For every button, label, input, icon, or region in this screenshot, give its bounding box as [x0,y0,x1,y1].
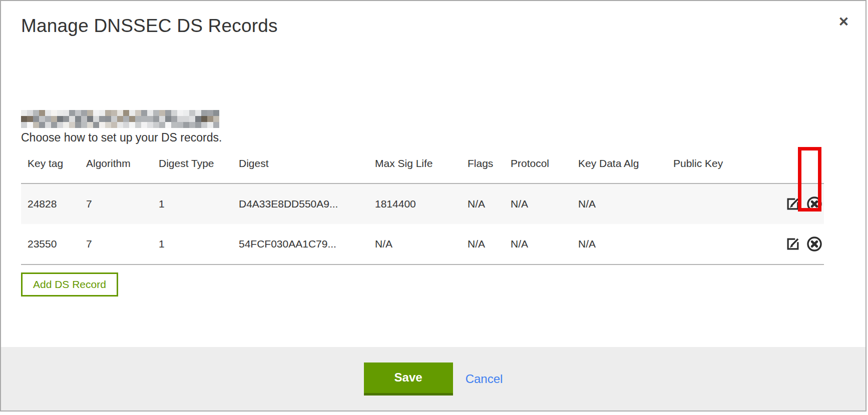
column-header: Protocol [511,144,578,184]
table-row: 23550 7 1 54FCF030AA1C79... N/A N/A N/A … [21,224,824,264]
cell-key-data-alg: N/A [578,184,673,224]
column-header: Max Sig Life [375,144,468,184]
cell-public-key [673,224,776,264]
row-actions [776,224,824,264]
setup-instruction-text: Choose how to set up your DS records. [21,131,845,144]
column-header-actions [776,144,824,184]
dnssec-modal: Manage DNSSEC DS Records × Choose how to… [0,0,866,412]
cell-algorithm: 7 [86,184,159,224]
cell-protocol: N/A [511,224,578,264]
column-header: Flags [468,144,511,184]
column-header: Digest Type [159,144,239,184]
table-row: 24828 7 1 D4A33E8DD550A9... 1814400 N/A … [21,184,824,224]
cell-digest-type: 1 [159,184,239,224]
modal-body: Manage DNSSEC DS Records × Choose how to… [1,1,865,348]
cell-flags: N/A [468,224,511,264]
ds-records-table: Key tagAlgorithmDigest TypeDigestMax Sig… [21,144,824,265]
save-button[interactable]: Save [364,362,453,396]
domain-name-redacted [21,110,219,128]
edit-icon[interactable] [785,196,801,212]
cell-key-tag: 23550 [21,224,86,264]
modal-footer: Save Cancel [1,347,865,410]
cell-algorithm: 7 [86,224,159,264]
page-title: Manage DNSSEC DS Records [21,15,845,37]
cell-digest: D4A33E8DD550A9... [239,184,375,224]
column-header: Digest [239,144,375,184]
cell-key-tag: 24828 [21,184,86,224]
close-icon[interactable]: × [839,13,848,30]
cancel-link[interactable]: Cancel [466,372,503,386]
column-header: Key tag [21,144,86,184]
cell-key-data-alg: N/A [578,224,673,264]
cell-protocol: N/A [511,184,578,224]
cell-max-sig-life: 1814400 [375,184,468,224]
table-header-row: Key tagAlgorithmDigest TypeDigestMax Sig… [21,144,824,184]
cell-flags: N/A [468,184,511,224]
column-header: Algorithm [86,144,159,184]
delete-circle-icon[interactable] [806,236,823,252]
add-ds-record-button[interactable]: Add DS Record [21,272,118,296]
column-header: Public Key [673,144,776,184]
column-header: Key Data Alg [578,144,673,184]
edit-icon[interactable] [785,236,801,252]
row-actions [776,184,824,224]
cell-max-sig-life: N/A [375,224,468,264]
cell-digest-type: 1 [159,224,239,264]
cell-public-key [673,184,776,224]
ds-records-table-wrap: Key tagAlgorithmDigest TypeDigestMax Sig… [21,144,845,265]
delete-circle-icon[interactable] [806,196,823,212]
cell-digest: 54FCF030AA1C79... [239,224,375,264]
